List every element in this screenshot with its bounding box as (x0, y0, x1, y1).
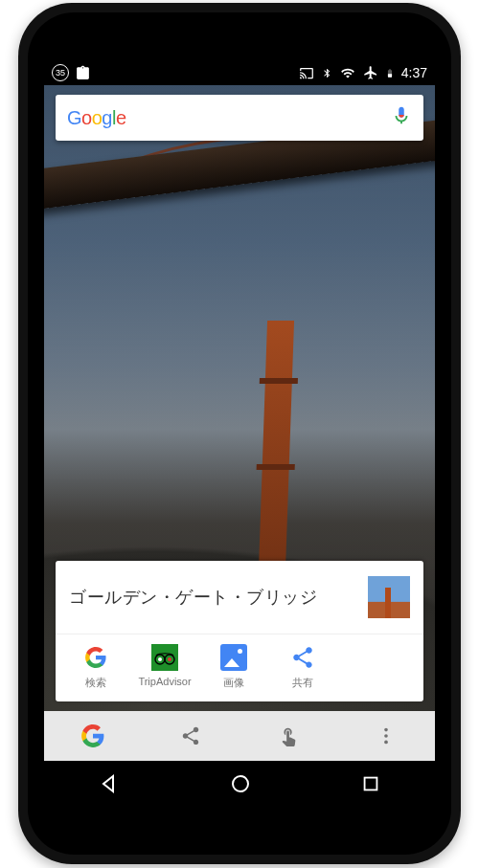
svg-point-6 (384, 734, 388, 738)
screen: 35 4:37 (44, 60, 435, 807)
more-vert-icon (376, 725, 397, 746)
airplane-mode-icon (363, 65, 378, 80)
card-actions: 検索 TripAdvisor 画像 (56, 634, 423, 701)
action-share[interactable]: 共有 (270, 644, 335, 690)
google-search-bar[interactable]: Google (56, 95, 423, 141)
phone-frame: 35 4:37 (18, 3, 461, 864)
info-card: ゴールデン・ゲート・ブリッジ 検索 (56, 561, 423, 701)
svg-rect-9 (364, 778, 376, 790)
svg-point-5 (384, 728, 388, 732)
wifi-icon (339, 66, 356, 80)
svg-point-4 (168, 657, 171, 661)
status-badge-icon: 35 (52, 64, 69, 81)
status-bar: 35 4:37 (44, 60, 435, 85)
share-icon (289, 644, 316, 671)
home-icon (229, 772, 252, 795)
now-on-tap-bar (44, 711, 435, 761)
back-icon (98, 772, 121, 795)
nav-back-button[interactable] (98, 772, 121, 795)
pictures-icon (220, 644, 247, 671)
google-logo: Google (67, 107, 126, 129)
action-label: 画像 (223, 676, 244, 690)
voice-search-icon[interactable] (391, 105, 412, 130)
cast-icon (298, 66, 315, 80)
tripadvisor-icon (151, 644, 178, 671)
card-header[interactable]: ゴールデン・ゲート・ブリッジ (56, 561, 423, 634)
svg-point-8 (233, 776, 248, 791)
action-images[interactable]: 画像 (201, 644, 266, 690)
share-icon (180, 725, 201, 746)
card-title: ゴールデン・ゲート・ブリッジ (69, 586, 368, 609)
action-search[interactable]: 検索 (63, 644, 128, 690)
bottom-overflow-button[interactable] (337, 711, 435, 761)
recents-icon (360, 773, 381, 794)
touch-icon (278, 725, 299, 746)
svg-point-3 (158, 657, 162, 661)
battery-icon (385, 65, 395, 81)
card-thumbnail (368, 576, 410, 618)
action-label: 共有 (292, 676, 313, 690)
navigation-bar (44, 761, 435, 807)
action-label: 検索 (85, 676, 106, 690)
action-tripadvisor[interactable]: TripAdvisor (132, 644, 197, 690)
bottom-touch-button[interactable] (240, 711, 337, 761)
nav-home-button[interactable] (229, 772, 252, 795)
svg-point-7 (384, 741, 388, 745)
status-time: 4:37 (401, 65, 427, 80)
wallpaper: Google ゴールデン・ゲート・ブリッジ (44, 85, 435, 711)
bottom-share-button[interactable] (142, 711, 240, 761)
google-g-icon (82, 644, 109, 671)
assignment-icon (75, 65, 91, 81)
bluetooth-icon (322, 65, 332, 81)
action-label: TripAdvisor (138, 676, 191, 687)
bottom-google-button[interactable] (44, 711, 142, 761)
nav-recents-button[interactable] (360, 773, 381, 794)
google-g-icon (80, 723, 105, 748)
